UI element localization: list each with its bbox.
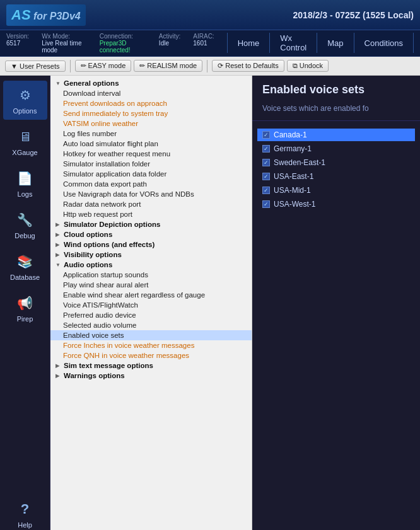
voice-set-item[interactable]: ✓Canada-1 [257,129,415,141]
info-bar: Version: 6517 Wx Mode: Live Real time mo… [0,30,420,57]
logo: AS for P3Dv4 [6,4,86,26]
conn-label: Connection: [100,33,146,40]
sidebar-label-logs: Logs [18,190,33,198]
sidebar-item-debug[interactable]: 🔧 Debug [3,205,47,245]
tree-item-navigraph[interactable]: Use Navigraph data for VORs and NDBs [50,189,252,199]
general-section-label: General options [64,79,119,87]
cloud-label: Cloud options [64,231,112,238]
tree-section-cloud[interactable]: ▶ Cloud options [50,229,252,239]
tree-section-sim-depiction[interactable]: ▶ Simulator Depiction options [50,219,252,229]
user-presets-button[interactable]: ▼ User Presets [5,60,66,72]
sidebar: ⚙ Options 🖥 XGauge 📄 Logs 🔧 Debug 📚 Data… [0,76,50,530]
tree-item-auto-load[interactable]: Auto load simulator flight plan [50,139,252,149]
options-icon: ⚙ [16,86,35,105]
auto-load-label: Auto load simulator flight plan [63,140,158,147]
tree-item-log-files[interactable]: Log files number [50,129,252,139]
sim-install-label: Simulator installation folder [63,160,150,168]
sidebar-label-options: Options [13,107,37,115]
tree-item-voice-atis[interactable]: Voice ATIS/FlightWatch [50,300,252,310]
tree-item-send-tray[interactable]: Send immediately to system tray [50,108,252,118]
undock-button[interactable]: ⧉ Undock [287,60,329,72]
tree-item-sim-install[interactable]: Simulator installation folder [50,159,252,169]
tree-item-preferred-audio[interactable]: Preferred audio device [50,310,252,320]
version-value: 6517 [6,40,29,47]
sidebar-label-debug: Debug [15,232,35,239]
version-info: Version: 6517 [6,33,29,54]
voice-set-item[interactable]: ✓USA-West-1 [257,198,415,210]
airac-value: 1601 [193,40,214,47]
hotkey-label: Hotkey for weather request menu [63,150,170,158]
tree-item-wind-shear-gauge[interactable]: Enable wind shear alert regardless of ga… [50,290,252,300]
http-port-label: Http web request port [63,210,132,218]
airac-info: AIRAC: 1601 [193,33,214,54]
sidebar-item-database[interactable]: 📚 Database [3,247,47,286]
tree-item-startup-sounds[interactable]: Application startup sounds [50,270,252,280]
arrow-visibility: ▶ [55,252,62,258]
voice-set-checkbox: ✓ [262,131,270,139]
right-panel: Enabled voice sets Voice sets which are … [252,76,420,530]
tree-item-http-port[interactable]: Http web request port [50,209,252,219]
tree-item-hotkey[interactable]: Hotkey for weather request menu [50,149,252,159]
sidebar-item-options[interactable]: ⚙ Options [3,81,47,120]
arrow-cloud: ▶ [55,232,62,238]
arrow-sim-text: ▶ [55,363,62,369]
tree-section-audio[interactable]: ▼ Audio options [50,260,252,270]
nav-wx-control[interactable]: Wx Control [270,33,317,53]
voice-set-item[interactable]: ✓Germany-1 [257,142,415,155]
arrow-general: ▼ [55,81,62,86]
tree-item-audio-volume[interactable]: Selected audio volume [50,320,252,330]
voice-atis-label: Voice ATIS/FlightWatch [63,301,138,309]
nav-conditions[interactable]: Conditions [354,33,414,53]
voice-set-item[interactable]: ✓USA-East-1 [257,170,415,183]
sidebar-item-pirep[interactable]: 📢 Pirep [3,289,47,328]
voice-set-item[interactable]: ✓Sweden-East-1 [257,156,415,169]
nav-container: Home Wx Control Map Conditions [227,33,414,53]
right-panel-title: Enabled voice sets [252,76,420,101]
voice-set-checkbox: ✓ [262,173,270,180]
tree-item-vatsim[interactable]: VATSIM online weather [50,118,252,129]
content-area: ▼ General options Download interval Prev… [50,76,420,530]
tree-item-enabled-voice-sets[interactable]: Enabled voice sets [50,330,252,340]
help-icon: ? [16,500,35,519]
sidebar-item-xgauge[interactable]: 🖥 XGauge [3,122,47,161]
reset-defaults-button[interactable]: ⟳ Reset to Defaults [212,60,284,72]
tree-item-radar-port[interactable]: Radar data network port [50,199,252,209]
tree-item-force-qnh[interactable]: Force QNH in voice weather messages [50,350,252,360]
log-files-label: Log files number [63,130,117,137]
tree-item-wind-shear-aural[interactable]: Play wind shear aural alert [50,280,252,290]
easy-mode-button[interactable]: ✏ EASY mode [75,60,132,72]
tree-item-prevent-downloads[interactable]: Prevent downloads on approach [50,98,252,108]
realism-mode-button[interactable]: ✏ REALISM mode [134,60,202,72]
vatsim-label: VATSIM online weather [63,120,138,127]
voice-set-name: Germany-1 [274,144,312,153]
radar-port-label: Radar data network port [63,200,141,208]
preferred-audio-label: Preferred audio device [63,311,136,319]
tree-item-data-export[interactable]: Common data export path [50,179,252,189]
sidebar-item-help[interactable]: ? Help [3,495,47,530]
tree-section-general[interactable]: ▼ General options [50,78,252,88]
voice-set-checkbox: ✓ [262,187,270,194]
nav-map[interactable]: Map [317,33,354,53]
tree-section-wind[interactable]: ▶ Wind options (and effects) [50,239,252,250]
tree-section-visibility[interactable]: ▶ Visibility options [50,250,252,260]
tree-item-sim-app[interactable]: Simulator application data folder [50,169,252,179]
tree-section-sim-text[interactable]: ▶ Sim text message options [50,360,252,371]
voice-set-item[interactable]: ✓USA-Mid-1 [257,184,415,197]
download-interval-label: Download interval [63,89,120,97]
tree-panel: ▼ General options Download interval Prev… [50,76,252,530]
voice-set-name: Sweden-East-1 [274,158,325,167]
tree-section-warnings[interactable]: ▶ Warnings options [50,371,252,381]
voice-set-checkbox: ✓ [262,159,270,166]
activity-value: Idle [159,40,180,47]
airac-label: AIRAC: [193,33,214,40]
sidebar-item-logs[interactable]: 📄 Logs [3,164,47,203]
wind-shear-aural-label: Play wind shear aural alert [63,281,149,289]
send-tray-label: Send immediately to system tray [63,110,168,117]
tree-item-force-inches[interactable]: Force Inches in voice weather messages [50,340,252,350]
nav-home[interactable]: Home [227,33,271,53]
tree-item-download-interval[interactable]: Download interval [50,88,252,98]
force-inches-label: Force Inches in voice weather messages [63,342,194,349]
navigraph-label: Use Navigraph data for VORs and NDBs [63,190,194,198]
visibility-label: Visibility options [64,251,122,258]
arrow-warnings: ▶ [55,373,62,379]
